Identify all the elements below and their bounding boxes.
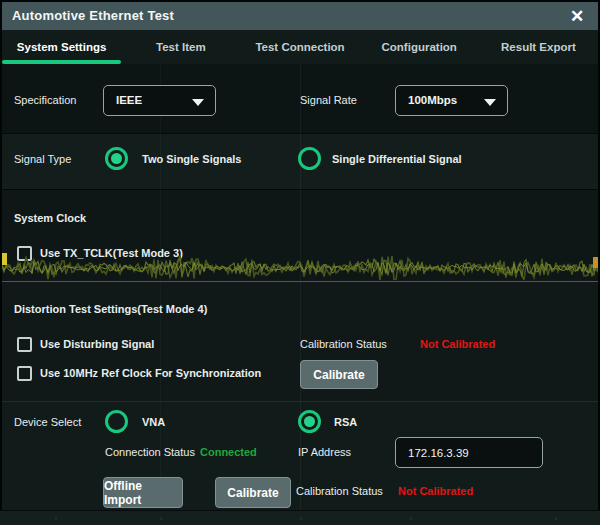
trigger-marker-left	[2, 253, 7, 265]
radio-rsa[interactable]	[298, 410, 321, 433]
graticule-vline	[160, 64, 161, 510]
tab-test-item[interactable]: Test Item	[121, 30, 240, 64]
offline-import-button[interactable]: Offline Import	[103, 477, 183, 508]
radio-dot	[304, 416, 315, 427]
button-label: Calibrate	[227, 486, 278, 500]
specification-label: Specification	[14, 94, 76, 106]
close-button[interactable]: ✕	[560, 3, 594, 29]
dialog-title: Automotive Ethernet Test	[12, 8, 174, 23]
radio-single-differential-signal[interactable]	[298, 147, 321, 170]
device-select-label: Device Select	[14, 416, 81, 428]
graticule-tick	[55, 517, 57, 520]
signal-rate-label: Signal Rate	[300, 94, 357, 106]
scope-screen-edge	[0, 510, 600, 525]
ip-address-field-wrap	[395, 437, 543, 468]
signal-type-label: Signal Type	[14, 153, 71, 165]
close-icon: ✕	[570, 6, 584, 27]
button-label: Offline Import	[104, 479, 182, 507]
graticule-tick	[555, 517, 557, 520]
device-calibration-status-value: Not Calibrated	[398, 485, 473, 497]
radio-rsa-label: RSA	[334, 416, 357, 428]
tab-label: Configuration	[382, 41, 457, 53]
radio-vna-label: VNA	[142, 416, 165, 428]
system-clock-header: System Clock	[14, 212, 86, 224]
use-disturbing-signal-checkbox[interactable]: ✓	[17, 337, 32, 352]
signal-rate-value: 100Mbps	[408, 94, 457, 106]
device-calibration-status-label: Calibration Status	[296, 485, 383, 497]
distortion-header: Distortion Test Settings(Test Mode 4)	[14, 303, 207, 315]
use-disturbing-signal-label: Use Disturbing Signal	[40, 338, 154, 350]
connection-status-label: Connection Status	[105, 446, 195, 458]
ip-address-label: IP Address	[298, 446, 351, 458]
radio-vna[interactable]	[105, 410, 128, 433]
graticule-vline-center	[300, 64, 301, 510]
use-10mhz-ref-clock-checkbox[interactable]: ✓	[17, 366, 32, 381]
dialog-titlebar: Automotive Ethernet Test ✕	[2, 2, 598, 30]
tab-result-export[interactable]: Result Export	[479, 30, 598, 64]
radio-single-differential-signal-label: Single Differential Signal	[332, 153, 462, 165]
automotive-ethernet-test-dialog: Automotive Ethernet Test ✕ System Settin…	[2, 2, 598, 510]
distortion-calibration-status-value: Not Calibrated	[420, 338, 495, 350]
tab-label: Result Export	[501, 41, 576, 53]
distortion-calibrate-button[interactable]: Calibrate	[300, 360, 378, 389]
tab-label: Test Item	[156, 41, 206, 53]
tab-configuration[interactable]: Configuration	[360, 30, 479, 64]
radio-dot	[111, 153, 122, 164]
specification-value: IEEE	[116, 94, 142, 106]
graticule-tick	[410, 517, 412, 520]
signal-rate-dropdown[interactable]: 100Mbps	[395, 85, 508, 116]
radio-two-single-signals-label: Two Single Signals	[142, 153, 241, 165]
tab-system-settings[interactable]: System Settings	[2, 30, 121, 64]
tab-bar: System Settings Test Item Test Connectio…	[2, 30, 598, 64]
chevron-down-icon	[192, 99, 204, 106]
distortion-calibration-status-label: Calibration Status	[300, 338, 387, 350]
tab-test-connection[interactable]: Test Connection	[240, 30, 359, 64]
ip-address-input[interactable]	[395, 437, 543, 468]
radio-two-single-signals[interactable]	[105, 147, 128, 170]
specification-dropdown[interactable]: IEEE	[103, 85, 216, 116]
use-10mhz-ref-clock-label: Use 10MHz Ref Clock For Synchronization	[40, 367, 261, 379]
connection-status-value: Connected	[200, 446, 257, 458]
graticule-tick	[160, 517, 162, 520]
scope-waveform-trace	[2, 256, 598, 280]
oscilloscope-screen: Automotive Ethernet Test ✕ System Settin…	[0, 0, 600, 525]
button-label: Calibrate	[313, 368, 364, 382]
trigger-marker-right	[593, 257, 598, 268]
graticule-tick	[300, 517, 302, 520]
tab-label: Test Connection	[255, 41, 344, 53]
chevron-down-icon	[484, 99, 496, 106]
tab-label: System Settings	[17, 41, 106, 53]
device-calibrate-button[interactable]: Calibrate	[215, 477, 291, 508]
graticule-hline	[2, 281, 598, 282]
